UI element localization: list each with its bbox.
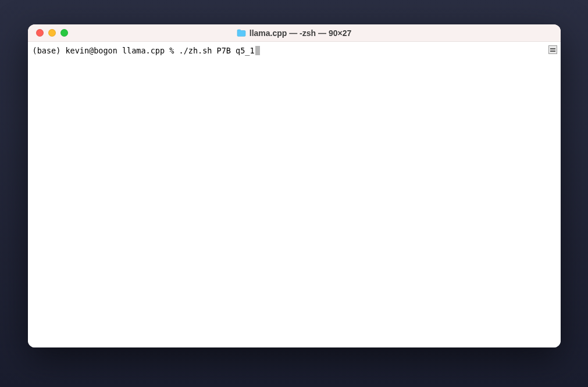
terminal-body[interactable]: (base) kevin@bogon llama.cpp % ./zh.sh P… bbox=[28, 42, 561, 347]
prompt-env: (base) bbox=[33, 45, 66, 56]
command-input[interactable]: ./zh.sh P7B q5_1 bbox=[179, 45, 255, 56]
maximize-button[interactable] bbox=[60, 29, 68, 37]
prompt-user-host: kevin@bogon bbox=[65, 45, 122, 56]
prompt-directory: llama.cpp bbox=[122, 45, 169, 56]
folder-icon bbox=[237, 29, 246, 37]
minimize-button[interactable] bbox=[48, 29, 56, 37]
prompt-line: (base) kevin@bogon llama.cpp % ./zh.sh P… bbox=[33, 45, 556, 56]
cursor bbox=[255, 46, 260, 55]
scroll-indicator-icon[interactable] bbox=[548, 45, 557, 54]
window-title-area: llama.cpp — -zsh — 90×27 bbox=[28, 28, 561, 38]
traffic-lights bbox=[28, 29, 68, 37]
window-title: llama.cpp — -zsh — 90×27 bbox=[250, 28, 351, 38]
close-button[interactable] bbox=[36, 29, 44, 37]
terminal-window: llama.cpp — -zsh — 90×27 (base) kevin@bo… bbox=[28, 24, 561, 347]
titlebar[interactable]: llama.cpp — -zsh — 90×27 bbox=[28, 24, 561, 42]
prompt-symbol: % bbox=[169, 45, 179, 56]
